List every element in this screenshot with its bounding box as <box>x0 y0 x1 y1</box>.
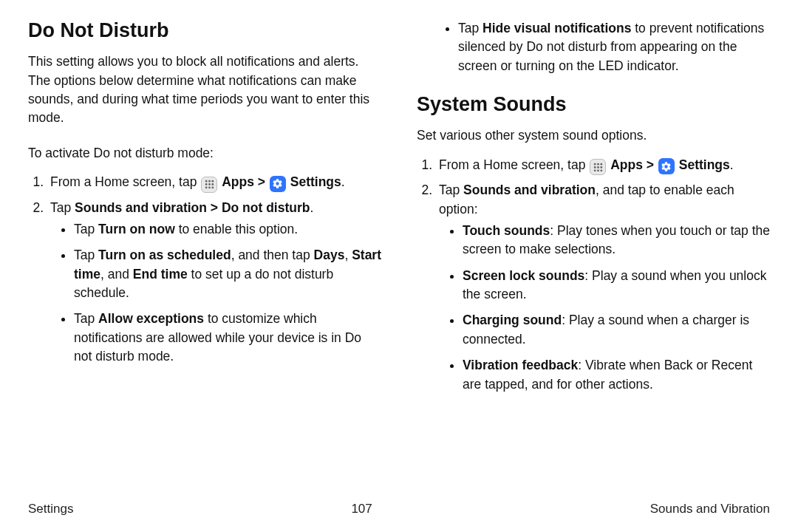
svg-point-8 <box>211 186 214 188</box>
period: . <box>310 200 313 215</box>
svg-point-11 <box>600 163 602 165</box>
ss-step-1: From a Home screen, tap Apps > Settings. <box>436 156 770 176</box>
t: Tap <box>74 311 98 326</box>
footer-page-number: 107 <box>351 500 372 519</box>
bullet-touch-sounds: Touch sounds: Play tones when you touch … <box>463 222 770 259</box>
t: End time <box>133 267 188 282</box>
bullet-turn-on-now: Tap Turn on now to enable this option. <box>74 220 381 239</box>
sep: > <box>647 157 658 172</box>
bullet-allow-exceptions: Tap Allow exceptions to customize which … <box>74 310 381 366</box>
page-footer: Settings 107 Sounds and Vibration <box>28 500 770 519</box>
settings-label: Settings <box>679 157 730 172</box>
t: Touch sounds <box>463 223 550 238</box>
svg-point-2 <box>211 180 214 183</box>
svg-point-9 <box>594 163 596 165</box>
t: Screen lock sounds <box>463 268 584 283</box>
bullet-screen-lock-sounds: Screen lock sounds: Play a sound when yo… <box>463 267 770 304</box>
bullet-hide-visual: Tap Hide visual notifications to prevent… <box>458 19 770 75</box>
footer-right: Sounds and Vibration <box>650 500 770 519</box>
svg-point-3 <box>205 183 208 185</box>
t: to enable this option. <box>175 222 298 236</box>
t: Turn on now <box>98 222 175 236</box>
dnd-step-1: From a Home screen, tap Apps > Settings. <box>47 173 381 193</box>
svg-point-5 <box>211 183 214 185</box>
svg-point-4 <box>208 183 211 185</box>
t: Charging sound <box>463 313 562 327</box>
t: , and then tap <box>231 248 314 262</box>
svg-point-10 <box>597 163 599 165</box>
dnd-lead: To activate Do not disturb mode: <box>28 144 381 163</box>
dnd-intro: This setting allows you to block all not… <box>28 52 381 128</box>
t: , <box>344 248 352 262</box>
period: . <box>730 157 734 172</box>
settings-icon <box>658 158 675 174</box>
apps-icon <box>590 159 606 175</box>
svg-point-14 <box>600 166 602 168</box>
svg-point-13 <box>597 166 599 168</box>
svg-point-17 <box>600 169 602 171</box>
dnd-step-2: Tap Sounds and vibration > Do not distur… <box>47 199 381 366</box>
t: , and <box>100 267 133 282</box>
t: Sounds and vibration <box>463 183 596 197</box>
t: Hide visual notifications <box>482 21 631 35</box>
right-column: Tap Hide visual notifications to prevent… <box>417 16 770 401</box>
step-bold: Sounds and vibration > Do not disturb <box>75 200 310 215</box>
bullet-turn-on-scheduled: Tap Turn on as scheduled, and then tap D… <box>74 246 381 302</box>
t: Vibration feedback <box>463 358 578 372</box>
ss-intro: Set various other system sound options. <box>417 126 770 145</box>
page-columns: Do Not Disturb This setting allows you t… <box>28 16 770 401</box>
settings-icon <box>270 176 286 192</box>
t: Tap <box>74 222 98 236</box>
t: Allow exceptions <box>98 311 204 326</box>
left-column: Do Not Disturb This setting allows you t… <box>28 16 381 401</box>
apps-label: Apps <box>222 174 254 189</box>
sep: > <box>258 174 269 189</box>
bullet-charging-sound: Charging sound: Play a sound when a char… <box>463 311 770 349</box>
heading-dnd: Do Not Disturb <box>28 16 381 45</box>
svg-point-1 <box>208 180 211 183</box>
apps-icon <box>201 177 217 193</box>
heading-system-sounds: System Sounds <box>417 90 770 119</box>
t: Tap <box>74 248 98 262</box>
ss-steps: From a Home screen, tap Apps > Settings.… <box>417 156 770 394</box>
footer-left: Settings <box>28 500 73 519</box>
dnd-bullets: Tap Turn on now to enable this option. T… <box>50 220 381 366</box>
t: Tap <box>458 21 482 35</box>
svg-point-0 <box>205 180 208 183</box>
step-text: Tap <box>50 200 75 215</box>
t: Tap <box>439 183 463 197</box>
settings-label: Settings <box>290 174 341 189</box>
step-text: From a Home screen, tap <box>50 174 200 189</box>
bullet-vibration-feedback: Vibration feedback: Vibrate when Back or… <box>463 356 770 394</box>
ss-bullets: Touch sounds: Play tones when you touch … <box>439 222 770 394</box>
ss-step-2: Tap Sounds and vibration, and tap to ena… <box>436 181 770 394</box>
dnd-continued-bullets: Tap Hide visual notifications to prevent… <box>417 19 770 75</box>
t: Turn on as scheduled <box>98 248 231 262</box>
period: . <box>341 174 345 189</box>
svg-point-15 <box>594 169 596 171</box>
svg-point-7 <box>208 186 211 188</box>
svg-point-12 <box>594 166 596 168</box>
step-text: From a Home screen, tap <box>439 157 589 172</box>
svg-point-16 <box>597 169 599 171</box>
t: Days <box>314 248 345 262</box>
dnd-steps: From a Home screen, tap Apps > Settings.… <box>28 173 381 366</box>
svg-point-6 <box>205 186 208 188</box>
apps-label: Apps <box>610 157 643 172</box>
